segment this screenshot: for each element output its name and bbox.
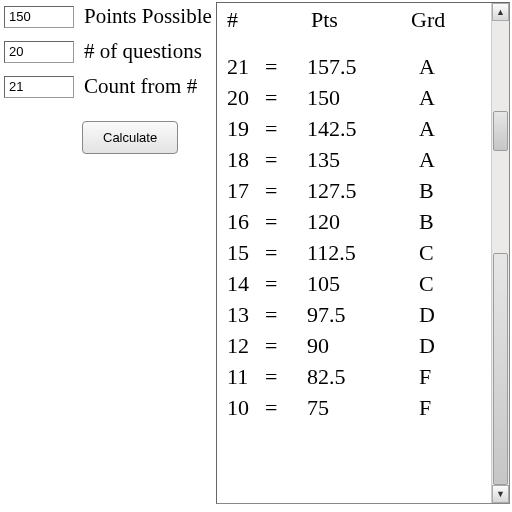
cell-grade: A [419,144,443,175]
cell-eq: = [265,113,307,144]
cell-pts: 97.5 [307,299,419,330]
table-row: 14=105C [227,268,485,299]
num-questions-label: # of questions [84,39,202,64]
cell-grade: B [419,206,443,237]
cell-eq: = [265,361,307,392]
cell-num: 14 [227,268,265,299]
table-row: 20=150A [227,82,485,113]
cell-eq: = [265,268,307,299]
cell-grade: F [419,392,443,423]
table-row: 16=120B [227,206,485,237]
cell-pts: 105 [307,268,419,299]
cell-grade: C [419,237,443,268]
cell-pts: 142.5 [307,113,419,144]
points-possible-label: Points Possible [84,4,212,29]
header-num: # [227,7,311,33]
cell-grade: D [419,330,443,361]
cell-eq: = [265,392,307,423]
cell-grade: A [419,82,443,113]
scrollbar[interactable]: ▲ ▼ [491,3,509,503]
cell-num: 13 [227,299,265,330]
table-row: 10=75F [227,392,485,423]
cell-pts: 82.5 [307,361,419,392]
scroll-down-icon[interactable]: ▼ [492,485,509,503]
cell-num: 21 [227,51,265,82]
points-possible-input[interactable] [4,6,74,28]
results-panel: # Pts Grd 21=157.5A20=150A19=142.5A18=13… [216,2,510,504]
cell-pts: 112.5 [307,237,419,268]
cell-num: 20 [227,82,265,113]
header-pts: Pts [311,7,411,33]
cell-pts: 90 [307,330,419,361]
table-row: 13=97.5D [227,299,485,330]
scroll-thumb-upper[interactable] [493,111,508,151]
field-points-possible: Points Possible [4,4,214,29]
cell-pts: 135 [307,144,419,175]
cell-eq: = [265,175,307,206]
table-row: 11=82.5F [227,361,485,392]
cell-pts: 75 [307,392,419,423]
cell-num: 17 [227,175,265,206]
cell-pts: 157.5 [307,51,419,82]
cell-eq: = [265,82,307,113]
app-root: Points Possible # of questions Count fro… [0,0,512,512]
cell-eq: = [265,206,307,237]
cell-eq: = [265,330,307,361]
count-from-input[interactable] [4,76,74,98]
header-grd: Grd [411,7,445,33]
cell-eq: = [265,299,307,330]
controls-panel: Points Possible # of questions Count fro… [0,0,216,512]
cell-pts: 127.5 [307,175,419,206]
scroll-track[interactable] [492,21,509,485]
cell-num: 18 [227,144,265,175]
table-row: 18=135A [227,144,485,175]
cell-grade: D [419,299,443,330]
cell-grade: B [419,175,443,206]
scroll-up-icon[interactable]: ▲ [492,3,509,21]
num-questions-input[interactable] [4,41,74,63]
calculate-button[interactable]: Calculate [82,121,178,154]
field-num-questions: # of questions [4,39,214,64]
table-row: 12=90D [227,330,485,361]
cell-grade: F [419,361,443,392]
results-header: # Pts Grd [227,7,485,33]
cell-grade: C [419,268,443,299]
table-row: 15=112.5C [227,237,485,268]
scroll-thumb[interactable] [493,253,508,485]
cell-eq: = [265,237,307,268]
cell-num: 12 [227,330,265,361]
cell-num: 10 [227,392,265,423]
cell-grade: A [419,113,443,144]
cell-eq: = [265,51,307,82]
cell-num: 19 [227,113,265,144]
cell-pts: 120 [307,206,419,237]
table-row: 17=127.5B [227,175,485,206]
cell-grade: A [419,51,443,82]
cell-num: 16 [227,206,265,237]
results-rows: 21=157.5A20=150A19=142.5A18=135A17=127.5… [227,51,485,423]
cell-num: 11 [227,361,265,392]
field-count-from: Count from # [4,74,214,99]
results-content: # Pts Grd 21=157.5A20=150A19=142.5A18=13… [217,3,491,503]
table-row: 19=142.5A [227,113,485,144]
cell-pts: 150 [307,82,419,113]
cell-num: 15 [227,237,265,268]
cell-eq: = [265,144,307,175]
count-from-label: Count from # [84,74,197,99]
table-row: 21=157.5A [227,51,485,82]
